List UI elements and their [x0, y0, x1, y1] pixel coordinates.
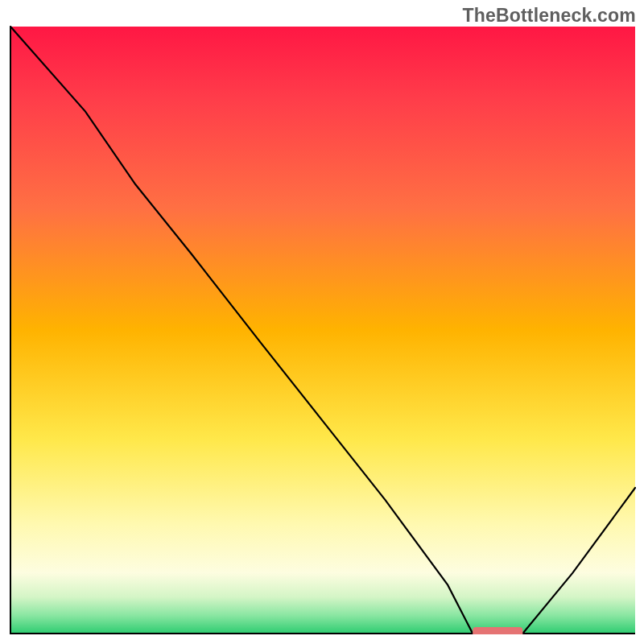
gradient-bg: [10, 27, 635, 634]
current-config-marker: [473, 627, 522, 634]
chart-svg: [10, 26, 636, 634]
watermark-label: TheBottleneck.com: [462, 5, 636, 27]
bottleneck-chart: [10, 26, 636, 634]
